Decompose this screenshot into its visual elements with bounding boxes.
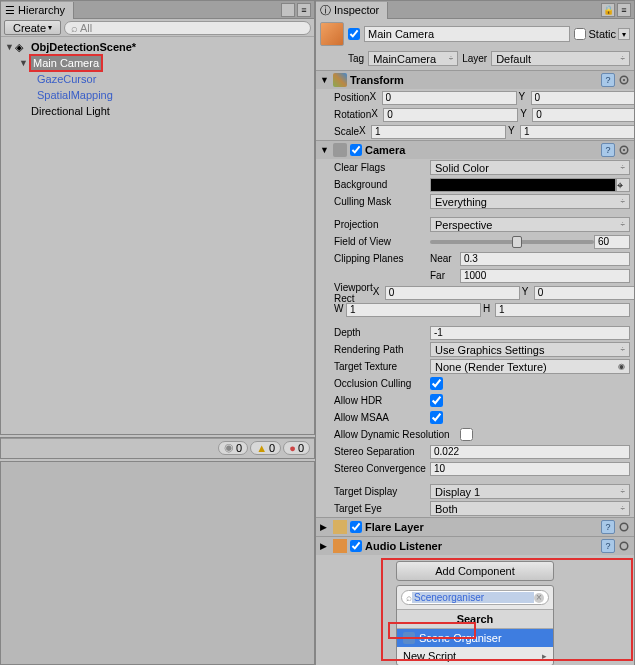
far-label: Far [430,270,460,281]
camera-enabled-checkbox[interactable] [350,144,362,156]
inspector-tab[interactable]: ⓘ Inspector [316,2,388,19]
static-checkbox[interactable] [574,28,586,40]
component-search[interactable]: ⌕ Sceneorganiser × [401,590,549,605]
far-field[interactable] [460,269,630,283]
rotation-x-field[interactable] [383,108,518,122]
x-label: X [371,108,381,122]
collapse-arrow-icon[interactable]: ▼ [320,75,330,85]
target-display-dropdown[interactable]: Display 1÷ [430,484,630,499]
gear-icon[interactable] [618,144,630,156]
static-dropdown-arrow[interactable]: ▾ [618,28,630,40]
tree-item-directional-light[interactable]: Directional Light [1,103,314,119]
occlusion-checkbox[interactable] [430,377,443,390]
collapse-arrow-icon[interactable]: ▼ [320,145,330,155]
camera-header[interactable]: ▼ Camera ? [316,141,634,159]
add-component-button[interactable]: Add Component [396,561,554,581]
tree-label: GazeCursor [35,72,98,86]
help-icon[interactable]: ? [601,73,615,87]
flare-enabled-checkbox[interactable] [350,521,362,533]
hierarchy-search-placeholder: All [80,22,92,34]
layer-dropdown[interactable]: Default÷ [491,51,630,66]
viewport-w-field[interactable] [346,303,481,317]
transform-header[interactable]: ▼ Transform ? [316,71,634,89]
expand-arrow-icon[interactable]: ▼ [5,42,15,52]
position-y-field[interactable] [531,91,634,105]
scale-x-field[interactable] [371,125,506,139]
rotation-y-field[interactable] [532,108,634,122]
color-picker-icon[interactable]: ⌖ [616,178,630,192]
stereo-sep-field[interactable] [430,445,630,459]
svg-point-4 [620,523,628,531]
inspector-tab-bar: ⓘ Inspector 🔒 ≡ [316,1,634,19]
hierarchy-toolbar: Create ▾ ⌕ All [1,19,314,37]
hierarchy-search[interactable]: ⌕ All [64,21,311,35]
near-field[interactable] [460,252,630,266]
expand-arrow-icon[interactable]: ▼ [19,58,29,68]
background-color-swatch[interactable] [430,178,616,192]
panel-lock-icon[interactable] [281,3,295,17]
gameobject-icon[interactable] [320,22,344,46]
projection-dropdown[interactable]: Perspective÷ [430,217,630,232]
viewport-label: Viewport Rect [320,282,373,304]
clear-flags-dropdown[interactable]: Solid Color÷ [430,160,630,175]
clear-search-icon[interactable]: × [534,593,544,603]
status-pill-error[interactable]: ●0 [283,441,310,455]
flare-layer-header[interactable]: ▶ Flare Layer ? [316,518,634,536]
component-search-input[interactable]: Sceneorganiser [412,592,534,603]
position-x-field[interactable] [382,91,517,105]
target-eye-dropdown[interactable]: Both÷ [430,501,630,516]
fov-slider[interactable] [430,240,594,244]
collapse-arrow-icon[interactable]: ▶ [320,522,330,532]
gameobject-name-field[interactable] [364,26,570,42]
scale-y-field[interactable] [520,125,634,139]
gear-icon[interactable] [618,521,630,533]
panel-menu-icon[interactable]: ≡ [297,3,311,17]
gear-icon[interactable] [618,540,630,552]
depth-field[interactable] [430,326,630,340]
hierarchy-tab[interactable]: ☰ Hierarchy [1,2,74,19]
hdr-checkbox[interactable] [430,394,443,407]
info-icon: ◉ [224,441,234,454]
msaa-checkbox[interactable] [430,411,443,424]
viewport-x-field[interactable] [385,286,520,300]
culling-mask-dropdown[interactable]: Everything÷ [430,194,630,209]
status-pill-info[interactable]: ◉0 [218,441,248,455]
rendering-path-dropdown[interactable]: Use Graphics Settings÷ [430,342,630,357]
fov-field[interactable] [594,235,630,249]
gameobject-enabled-checkbox[interactable] [348,28,360,40]
tree-item-main-camera[interactable]: ▼ Main Camera [1,55,314,71]
transform-icon [333,73,347,87]
search-result-new-script[interactable]: New Script ▸ [397,647,553,665]
help-icon[interactable]: ? [601,143,615,157]
scene-root[interactable]: ▼ ◈ ObjDetectionScene* [1,39,314,55]
tag-dropdown[interactable]: MainCamera÷ [368,51,458,66]
panel-menu-icon[interactable]: ≡ [617,3,631,17]
msaa-label: Allow MSAA [320,412,430,423]
help-icon[interactable]: ? [601,520,615,534]
target-texture-label: Target Texture [320,361,430,372]
create-button[interactable]: Create ▾ [4,20,61,35]
dynamic-res-checkbox[interactable] [460,428,473,441]
tree-item-spatialmapping[interactable]: SpatialMapping [1,87,314,103]
search-result-scene-organiser[interactable]: Scene Organiser [397,629,553,647]
error-icon: ● [289,442,296,454]
gear-icon[interactable] [618,74,630,86]
tree-label: Directional Light [29,104,112,118]
collapse-arrow-icon[interactable]: ▶ [320,541,330,551]
hierarchy-tree: ▼ ◈ ObjDetectionScene* ▼ Main Camera Gaz… [1,37,314,434]
flare-icon [333,520,347,534]
stereo-conv-field[interactable] [430,462,630,476]
target-texture-field[interactable]: None (Render Texture)◉ [430,359,630,374]
tree-item-gazecursor[interactable]: GazeCursor [1,71,314,87]
help-icon[interactable]: ? [601,539,615,553]
viewport-y-field[interactable] [534,286,634,300]
object-picker-icon[interactable]: ◉ [618,362,625,371]
status-pill-warn[interactable]: ▲0 [250,441,281,455]
viewport-h-field[interactable] [495,303,630,317]
panel-lock-icon[interactable]: 🔒 [601,3,615,17]
audio-listener-component: ▶ Audio Listener ? [316,536,634,555]
audio-enabled-checkbox[interactable] [350,540,362,552]
audio-listener-header[interactable]: ▶ Audio Listener ? [316,537,634,555]
x-label: X [370,91,380,105]
submenu-arrow-icon: ▸ [542,651,547,661]
